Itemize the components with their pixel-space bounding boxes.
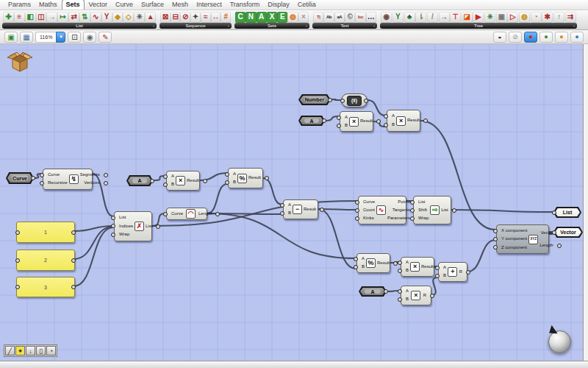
- wire[interactable]: [263, 178, 282, 205]
- cull-pattern-icon[interactable]: ⊘: [180, 12, 190, 23]
- input-port[interactable]: [337, 116, 341, 120]
- input-port[interactable]: [15, 258, 20, 263]
- input-port[interactable]: [493, 245, 498, 250]
- explode-tree-icon[interactable]: ◪: [462, 12, 473, 23]
- set-difference-icon[interactable]: A: [257, 12, 267, 23]
- cull-nth-icon[interactable]: ⊟: [171, 12, 181, 23]
- component-subtract[interactable]: AB−Result: [283, 199, 318, 219]
- param-curve[interactable]: Curve: [6, 172, 34, 184]
- output-port[interactable]: [71, 230, 76, 235]
- component-multiply-3[interactable]: AB×Result: [401, 257, 434, 277]
- zoom-dropdown-icon[interactable]: ▾: [56, 32, 65, 43]
- input-port[interactable]: [225, 172, 229, 177]
- input-port[interactable]: [398, 297, 402, 302]
- component-shift-list[interactable]: ListShiftWrap⇨List: [413, 196, 451, 224]
- path-mapper-icon[interactable]: ◔: [531, 12, 542, 23]
- output-port[interactable]: [322, 118, 326, 123]
- paint-button[interactable]: ✎: [98, 32, 112, 43]
- zoom-control[interactable]: 116%▾: [35, 32, 65, 43]
- input-port[interactable]: [398, 289, 402, 294]
- deconstruct-path-icon[interactable]: Y: [392, 12, 404, 23]
- input-port[interactable]: [280, 211, 284, 216]
- input-port[interactable]: [163, 183, 168, 187]
- panel-1[interactable]: 1: [16, 222, 75, 243]
- component-length[interactable]: Curve◠Length: [166, 208, 207, 220]
- wire[interactable]: [318, 209, 356, 269]
- component-multiply-2[interactable]: AB×Result: [387, 110, 420, 132]
- dispatch-icon[interactable]: Y: [101, 12, 112, 23]
- param-a-bottom[interactable]: A: [359, 286, 387, 297]
- toolbar-group-label-sets[interactable]: Sets›: [234, 23, 309, 29]
- lock-solver-button[interactable]: ▣: [4, 32, 18, 43]
- menu-item-mesh[interactable]: Mesh: [168, 0, 192, 10]
- input-port[interactable]: [40, 173, 44, 177]
- input-port[interactable]: [410, 200, 415, 205]
- set-majority-icon[interactable]: ◍: [287, 12, 298, 23]
- text-case-icon[interactable]: aA: [334, 12, 345, 23]
- component-divide-2[interactable]: AB%Result: [356, 253, 390, 273]
- component-divide-1[interactable]: AB%Result: [228, 168, 263, 188]
- wire[interactable]: [74, 227, 113, 286]
- menu-item-params[interactable]: Params: [4, 0, 35, 10]
- output-port[interactable]: [384, 289, 388, 294]
- component-multiply-mid[interactable]: AB×Result: [166, 171, 200, 191]
- output-port[interactable]: [452, 208, 456, 213]
- wireframe-preview-button[interactable]: ●: [524, 32, 537, 43]
- input-port[interactable]: [354, 257, 358, 261]
- preview-visibility-button[interactable]: ◉: [83, 32, 96, 43]
- trim-tree-icon[interactable]: →: [439, 12, 450, 23]
- param-vector-out[interactable]: Vector: [553, 227, 583, 238]
- component-divide-curve[interactable]: CurveCountKinks∿PointsTangentsParameters: [358, 196, 406, 224]
- menu-item-cetilia[interactable]: Cetilia: [294, 0, 320, 10]
- input-port[interactable]: [15, 285, 20, 289]
- output-port[interactable]: [328, 98, 332, 102]
- preview-off-button[interactable]: ⊘: [509, 32, 522, 43]
- output-port[interactable]: [265, 176, 269, 180]
- clean-tree-icon[interactable]: ✳: [484, 12, 495, 23]
- list-item-icon[interactable]: ◧: [25, 12, 36, 23]
- output-port[interactable]: [466, 270, 470, 275]
- toolbar-group-label-tree[interactable]: Tree›: [380, 23, 577, 29]
- concatenate-icon[interactable]: …: [366, 12, 376, 23]
- range-icon[interactable]: ↔: [211, 12, 221, 23]
- list-length-icon[interactable]: ◫: [36, 12, 47, 23]
- shaded-preview-button[interactable]: ●: [539, 32, 553, 43]
- text-fragment-icon[interactable]: loc: [355, 12, 365, 23]
- shift-list-icon[interactable]: ↦: [57, 12, 68, 23]
- component-multiply-1[interactable]: AB×Result: [340, 111, 373, 132]
- toolbar-group-label-list[interactable]: List›: [2, 23, 157, 29]
- input-port[interactable]: [163, 174, 168, 179]
- output-port[interactable]: [430, 294, 434, 298]
- insert-items-icon[interactable]: ✚: [3, 12, 14, 23]
- param-list-out[interactable]: List: [553, 207, 581, 218]
- toolbar-group-label-sequence[interactable]: Sequence›: [159, 23, 232, 29]
- input-port[interactable]: [384, 114, 388, 118]
- wire[interactable]: [451, 210, 553, 212]
- output-port[interactable]: [364, 99, 368, 103]
- output-port[interactable]: [150, 179, 154, 183]
- zoom-extents-button[interactable]: ⊡: [68, 32, 81, 43]
- simplify-tree-icon[interactable]: /: [427, 12, 438, 23]
- input-port[interactable]: [398, 261, 402, 265]
- panel-2[interactable]: 2: [16, 250, 75, 271]
- output-port[interactable]: [71, 258, 76, 263]
- input-port[interactable]: [355, 216, 359, 221]
- component-multiply-4[interactable]: AB×R: [401, 286, 431, 305]
- output-port[interactable]: [376, 119, 381, 124]
- combine-data-icon[interactable]: ✳: [134, 12, 145, 23]
- flatten-tree-icon[interactable]: ♣: [404, 12, 415, 23]
- item-index-icon[interactable]: ≡: [14, 12, 25, 23]
- output-port[interactable]: [31, 176, 35, 180]
- flip-matrix-icon[interactable]: ▶: [473, 12, 484, 23]
- graft-tree-icon[interactable]: ⇂: [415, 12, 426, 23]
- param-a-mid[interactable]: A: [126, 175, 153, 186]
- reverse-list-icon[interactable]: ⇄: [68, 12, 79, 23]
- cull-index-icon[interactable]: ⊠: [160, 12, 171, 23]
- menu-item-display[interactable]: Display: [264, 0, 293, 10]
- weave-icon[interactable]: ∿: [90, 12, 101, 23]
- relative-item-icon[interactable]: ✱: [542, 12, 553, 23]
- menu-item-curve[interactable]: Curve: [112, 0, 137, 10]
- input-port[interactable]: [111, 233, 115, 237]
- component-cull-index[interactable]: ListIndicesWrap✗List: [114, 211, 152, 241]
- note-tool[interactable]: ✦: [15, 346, 25, 355]
